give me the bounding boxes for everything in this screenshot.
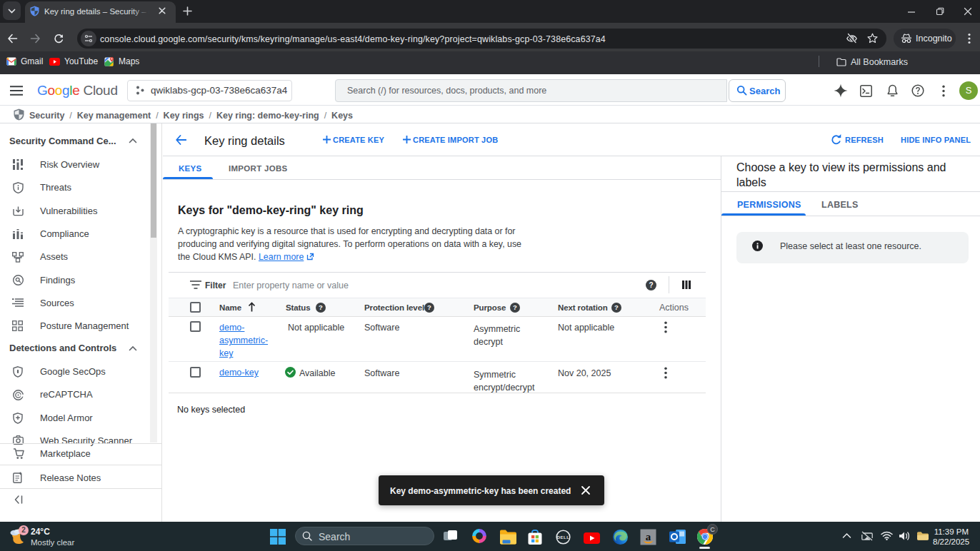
- svg-text:DELL: DELL: [557, 535, 570, 540]
- svg-text:a: a: [646, 531, 651, 542]
- svg-text:?: ?: [513, 303, 517, 311]
- svg-text:?: ?: [319, 303, 323, 311]
- svg-text:?: ?: [614, 303, 619, 311]
- svg-text:?: ?: [427, 303, 431, 311]
- svg-text:?: ?: [649, 281, 653, 289]
